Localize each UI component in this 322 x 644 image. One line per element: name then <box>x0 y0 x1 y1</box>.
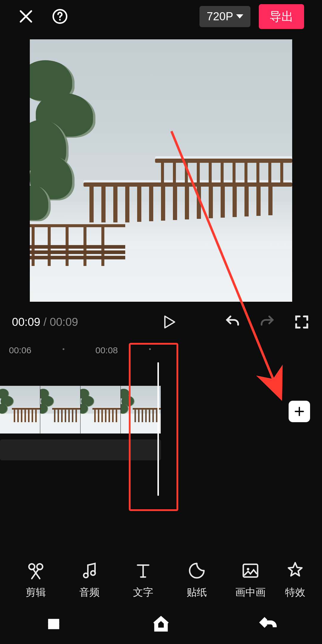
ruler-tick: 00:08 <box>95 345 118 355</box>
time-display: 00:09 / 00:09 <box>12 316 78 329</box>
clip-thumb <box>80 386 121 434</box>
tool-label: 音频 <box>79 586 100 599</box>
tool-pip[interactable]: 画中画 <box>224 561 277 599</box>
timeline-tracks[interactable] <box>0 365 322 478</box>
tool-label: 画中画 <box>235 586 266 599</box>
total-time: 00:09 <box>50 316 78 328</box>
svg-point-3 <box>59 19 61 21</box>
clip-thumb <box>121 386 161 434</box>
tool-text[interactable]: 文字 <box>116 561 170 599</box>
nav-menu-icon[interactable] <box>44 614 63 635</box>
resolution-button[interactable]: 720P <box>199 6 250 27</box>
bottom-toolbar: 剪辑 音频 文字 贴纸 画中画 特效 <box>0 561 322 599</box>
clip-thumb <box>0 386 40 434</box>
tool-label: 贴纸 <box>187 586 207 599</box>
svg-line-10 <box>33 569 40 579</box>
ruler-tick: 00:06 <box>9 345 31 355</box>
svg-rect-17 <box>243 564 258 577</box>
tool-effects[interactable]: 特效 <box>277 561 313 599</box>
system-nav <box>0 605 322 644</box>
chevron-down-icon <box>236 14 243 18</box>
top-bar: 720P 导出 <box>0 0 322 33</box>
tool-audio[interactable]: 音频 <box>63 561 116 599</box>
svg-point-8 <box>29 564 35 569</box>
add-clip-button[interactable] <box>289 401 310 422</box>
clip-thumb <box>40 386 80 434</box>
resolution-label: 720P <box>207 10 233 23</box>
tool-sticker[interactable]: 贴纸 <box>170 561 224 599</box>
current-time: 00:09 <box>12 316 40 328</box>
video-clip[interactable] <box>0 386 161 434</box>
play-icon[interactable] <box>161 314 177 330</box>
svg-line-11 <box>32 569 39 579</box>
playhead[interactable] <box>157 362 159 496</box>
svg-point-9 <box>37 564 43 569</box>
tool-label: 特效 <box>285 586 305 599</box>
help-icon[interactable] <box>52 8 68 24</box>
fullscreen-icon[interactable] <box>293 314 310 330</box>
ruler-dot <box>149 348 151 350</box>
audio-track[interactable] <box>0 439 161 460</box>
svg-point-18 <box>247 568 250 570</box>
undo-icon[interactable] <box>224 314 241 330</box>
ruler-dot <box>63 348 64 350</box>
video-preview[interactable] <box>30 39 292 302</box>
export-label: 导出 <box>270 10 293 23</box>
svg-point-12 <box>84 573 88 578</box>
nav-back-icon[interactable] <box>259 614 278 635</box>
redo-icon[interactable] <box>259 314 275 330</box>
svg-marker-4 <box>165 316 175 328</box>
nav-home-icon[interactable] <box>151 614 171 635</box>
svg-point-13 <box>91 571 95 575</box>
preview-area <box>0 39 322 302</box>
tool-label: 剪辑 <box>26 586 46 599</box>
timeline-ruler[interactable]: 00:06 00:08 <box>0 341 322 359</box>
export-button[interactable]: 导出 <box>259 4 304 29</box>
close-icon[interactable] <box>18 8 34 24</box>
playback-bar: 00:09 / 00:09 <box>0 302 322 339</box>
tool-edit[interactable]: 剪辑 <box>9 561 63 599</box>
tool-label: 文字 <box>133 586 153 599</box>
